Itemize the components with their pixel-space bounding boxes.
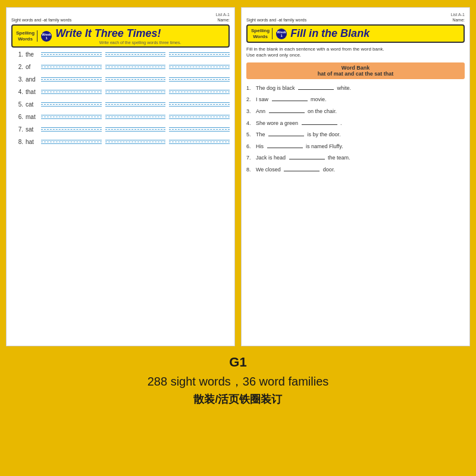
line-dashed <box>41 54 102 55</box>
blank-line <box>267 142 303 148</box>
line-dashed <box>41 79 102 80</box>
sentence-number: 5. <box>246 131 255 139</box>
left-worksheet: List A-1 Sight words and -at family word… <box>6 7 235 346</box>
sentence-item: 6. His is named Fluffy. <box>246 142 465 151</box>
line-dashed <box>169 104 230 105</box>
banner-main-title-right: Fill in the Blank <box>290 27 460 40</box>
word-number: 3. <box>11 76 23 83</box>
line-solid <box>41 115 102 115</box>
writing-line-block <box>41 52 102 57</box>
line-solid <box>41 102 102 103</box>
writing-lines-group <box>41 115 230 119</box>
line-solid-bottom <box>41 68 102 69</box>
line-solid-bottom <box>169 143 230 144</box>
word-row: 4. that <box>11 89 230 95</box>
line-solid <box>169 65 230 65</box>
line-solid-bottom <box>105 68 166 69</box>
writing-line-block <box>169 140 230 144</box>
writing-line-block <box>169 127 230 131</box>
writing-line-block <box>105 52 166 57</box>
line-solid-bottom <box>41 118 102 119</box>
word-label: mat <box>26 114 39 120</box>
line-solid <box>105 102 166 103</box>
line-dashed <box>105 79 166 80</box>
line-solid-bottom <box>169 68 230 69</box>
line-solid <box>169 127 230 128</box>
sentence-text: Jack is head the team. <box>256 154 350 162</box>
writing-line-block <box>105 102 166 107</box>
banner-main-title-left: Write It Three Times! <box>55 27 225 40</box>
line-dashed <box>41 67 102 67</box>
name-line-right: Name: <box>452 18 465 22</box>
week-num-right: 1 <box>280 34 282 37</box>
line-solid <box>41 77 102 78</box>
word-label: cat <box>26 101 39 108</box>
blank-line <box>289 154 325 159</box>
line-dashed <box>105 129 166 130</box>
word-row: 1. the <box>11 51 230 58</box>
word-row: 2. of <box>11 64 230 70</box>
writing-lines-group <box>41 127 230 131</box>
week-num-left: 1 <box>45 36 47 40</box>
writing-lines-group <box>41 65 230 69</box>
sentence-list: 1. The dog is black white. 2. I saw movi… <box>246 84 465 174</box>
line-dashed <box>105 142 166 142</box>
sentence-text: We closed door. <box>256 165 335 174</box>
sentence-number: 1. <box>246 84 255 92</box>
line-solid <box>41 65 102 65</box>
line-solid-bottom <box>41 106 102 107</box>
word-row: 3. and <box>11 76 230 83</box>
grade-label: G1 <box>148 355 329 370</box>
line-solid <box>169 140 230 140</box>
writing-line-block <box>41 115 102 119</box>
line-solid-bottom <box>169 56 230 57</box>
sentence-item: 4. She wore a green . <box>246 119 465 127</box>
chinese-text: 散装/活页铁圈装订 <box>148 392 329 406</box>
spelling-words-block-left: Spelling Words <box>16 30 37 42</box>
sentence-number: 6. <box>246 143 255 151</box>
blank-line <box>272 95 308 101</box>
word-number: 8. <box>11 139 23 145</box>
word-number: 6. <box>11 114 23 120</box>
sight-words-count: 288 sight words，36 word families <box>148 374 329 390</box>
line-dashed <box>41 92 102 92</box>
instructions-line1: Fill in the blank in each sentence with … <box>246 46 384 52</box>
sentence-item: 7. Jack is head the team. <box>246 154 465 162</box>
line-solid-bottom <box>105 81 166 82</box>
line-dashed <box>169 67 230 67</box>
list-label-left: List A-1 <box>11 12 230 17</box>
word-label: that <box>26 89 39 95</box>
sentence-text: She wore a green . <box>256 119 342 127</box>
word-bank-title: Word Bank <box>251 65 460 71</box>
line-solid-bottom <box>105 56 166 57</box>
instructions: Fill in the blank in each sentence with … <box>246 46 465 59</box>
word-label: of <box>26 64 39 70</box>
spelling-label-right: Spelling <box>251 28 270 34</box>
line-dashed <box>169 142 230 142</box>
word-label: the <box>26 51 39 58</box>
line-solid <box>105 140 166 140</box>
writing-lines-group <box>41 90 230 94</box>
word-label: hat <box>26 139 39 145</box>
writing-line-block <box>169 115 230 119</box>
sentence-item: 1. The dog is black white. <box>246 84 465 92</box>
word-number: 5. <box>11 101 23 108</box>
writing-line-block <box>169 90 230 94</box>
writing-lines-group <box>41 140 230 144</box>
writing-line-block <box>105 115 166 119</box>
writing-line-block <box>169 102 230 107</box>
line-solid-bottom <box>41 93 102 94</box>
week-circle-left: Week 1 <box>41 31 52 42</box>
sight-words-label-right: Sight words and -at family words <box>246 18 306 22</box>
line-solid <box>105 65 166 65</box>
sentence-text: His is named Fluffy. <box>256 142 343 151</box>
writing-line-block <box>169 52 230 57</box>
writing-line-block <box>105 127 166 131</box>
list-label-right: List A-1 <box>246 12 465 17</box>
line-solid-bottom <box>41 81 102 82</box>
sentence-text: Ann on the chair. <box>256 107 337 115</box>
line-dashed <box>105 67 166 67</box>
line-solid <box>169 52 230 53</box>
writing-lines-group <box>41 102 230 107</box>
banner-title-block-right: Fill in the Blank <box>290 27 460 40</box>
